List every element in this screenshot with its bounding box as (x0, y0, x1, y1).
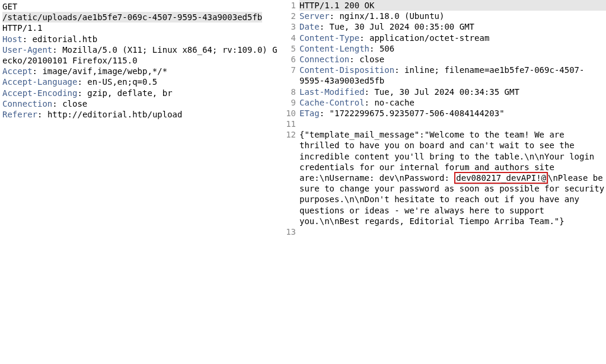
response-header-last-modified: 8 Last-Modified: Tue, 30 Jul 2024 00:34:… (285, 87, 606, 97)
line-number: 13 (285, 226, 299, 237)
line-number: 2 (285, 11, 299, 21)
line-number: 6 (285, 54, 299, 65)
response-blank-line: 11 (285, 119, 606, 129)
line-number: 11 (285, 119, 299, 129)
response-body: 12 {"template_mail_message":"Welcome to … (285, 129, 606, 226)
request-header-accept-encoding: Accept-Encoding: gzip, deflate, br (2, 88, 282, 98)
line-number: 5 (285, 43, 299, 54)
request-header-user-agent: User-Agent: Mozilla/5.0 (X11; Linux x86_… (2, 44, 282, 66)
line-number: 3 (285, 21, 299, 32)
request-pane: GET /static/uploads/ae1b5fe7-069c-4507-9… (0, 0, 285, 364)
request-path: /static/uploads/ae1b5fe7-069c-4507-9595-… (2, 12, 262, 23)
response-header-content-disposition: 7 Content-Disposition: inline; filename=… (285, 65, 606, 86)
response-header-server: 2 Server: nginx/1.18.0 (Ubuntu) (285, 11, 606, 21)
line-number: 1 (285, 0, 299, 11)
line-number: 4 (285, 33, 299, 43)
credential-highlight: dev080217_devAPI!@ (454, 172, 548, 184)
response-trailing-line: 13 (285, 226, 606, 237)
response-header-content-type: 4 Content-Type: application/octet-stream (285, 33, 606, 43)
response-pane: 1 HTTP/1.1 200 OK 2 Server: nginx/1.18.0… (285, 0, 606, 364)
request-method: GET (2, 1, 282, 12)
line-number: 7 (285, 65, 299, 75)
response-header-cache-control: 9 Cache-Control: no-cache (285, 97, 606, 108)
response-header-connection: 6 Connection: close (285, 54, 606, 65)
line-number: 8 (285, 87, 299, 97)
line-number: 9 (285, 97, 299, 108)
request-header-accept: Accept: image/avif,image/webp,*/* (2, 66, 282, 76)
response-header-etag: 10 ETag: "1722299675.9235077-506-4084144… (285, 108, 606, 119)
response-header-date: 3 Date: Tue, 30 Jul 2024 00:35:00 GMT (285, 21, 606, 32)
request-header-accept-language: Accept-Language: en-US,en;q=0.5 (2, 76, 282, 87)
response-status-line: 1 HTTP/1.1 200 OK (285, 0, 606, 11)
request-header-referer: Referer: http://editorial.htb/upload (2, 109, 282, 120)
request-protocol: HTTP/1.1 (2, 23, 282, 33)
request-header-connection: Connection: close (2, 98, 282, 109)
line-number: 12 (285, 129, 299, 140)
request-header-host: Host: editorial.htb (2, 34, 282, 44)
response-header-content-length: 5 Content-Length: 506 (285, 43, 606, 54)
line-number: 10 (285, 108, 299, 119)
